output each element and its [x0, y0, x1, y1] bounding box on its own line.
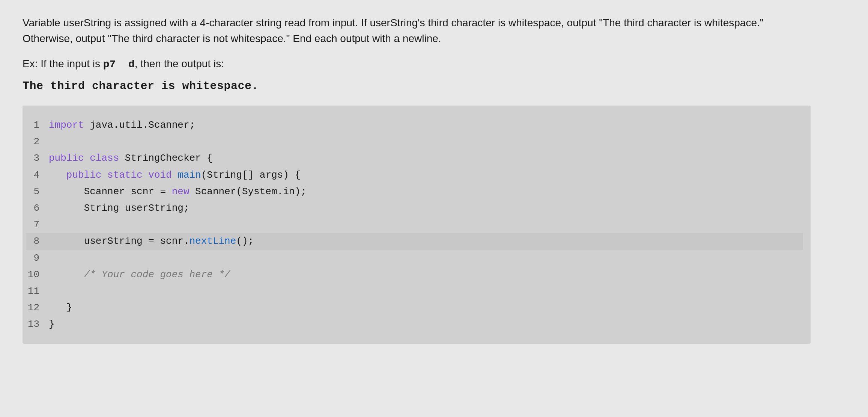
line-content: } [49, 316, 55, 332]
table-row: 7 [26, 216, 803, 233]
line-content: public class StringChecker { [49, 150, 213, 166]
table-row: 12 } [26, 299, 803, 316]
table-row: 3 public class StringChecker { [26, 150, 803, 166]
table-row: 11 [26, 283, 803, 299]
line-content: Scanner scnr = new Scanner(System.in); [49, 183, 307, 200]
line-content: } [49, 299, 72, 316]
table-row: 1 import java.util.Scanner; [26, 117, 803, 133]
line-content: userString = scnr.nextLine(); [49, 233, 254, 249]
line-number: 5 [26, 183, 49, 200]
line-content: import java.util.Scanner; [49, 117, 195, 133]
line-number: 4 [26, 167, 49, 183]
line-number: 7 [26, 216, 49, 233]
code-block: 1 import java.util.Scanner; 2 3 public c… [23, 106, 811, 344]
line-number: 9 [26, 250, 49, 266]
example-prefix: Ex: If the input is [23, 58, 103, 70]
example-input: p7 d [103, 59, 135, 70]
example-label: Ex: If the input is p7 d, then the outpu… [23, 58, 845, 70]
table-row: 13 } [26, 316, 803, 332]
table-row: 8 userString = scnr.nextLine(); [26, 233, 803, 249]
line-content [49, 283, 55, 299]
output-example: The third character is whitespace. [23, 80, 845, 92]
line-number: 13 [26, 316, 49, 332]
table-row: 9 [26, 250, 803, 266]
table-row: 2 [26, 133, 803, 150]
line-content: /* Your code goes here */ [49, 266, 230, 283]
line-content: String userString; [49, 200, 189, 216]
line-content [49, 216, 55, 233]
line-number: 10 [26, 266, 49, 283]
line-number: 8 [26, 233, 49, 249]
table-row: 4 public static void main(String[] args)… [26, 167, 803, 183]
line-number: 6 [26, 200, 49, 216]
line-number: 3 [26, 150, 49, 166]
table-row: 10 /* Your code goes here */ [26, 266, 803, 283]
line-number: 11 [26, 283, 49, 299]
line-number: 1 [26, 117, 49, 133]
description-text: Variable userString is assigned with a 4… [23, 15, 811, 47]
line-content [49, 133, 55, 150]
table-row: 6 String userString; [26, 200, 803, 216]
example-suffix: , then the output is: [135, 58, 224, 70]
line-number: 2 [26, 133, 49, 150]
line-content [49, 250, 55, 266]
line-number: 12 [26, 299, 49, 316]
table-row: 5 Scanner scnr = new Scanner(System.in); [26, 183, 803, 200]
line-content: public static void main(String[] args) { [49, 167, 301, 183]
